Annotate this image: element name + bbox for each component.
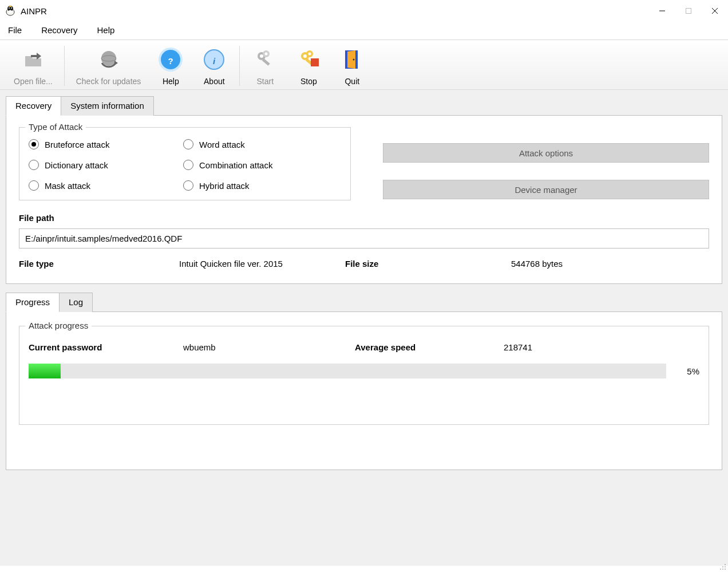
radio-label: Bruteforce attack	[45, 140, 109, 149]
svg-point-10	[101, 51, 116, 66]
window-title: AINPR	[21, 6, 649, 16]
average-speed-value: 218741	[504, 342, 532, 352]
help-icon: ?	[157, 46, 184, 73]
about-label: About	[204, 77, 225, 86]
tab-recovery[interactable]: Recovery	[6, 96, 61, 116]
radio-label: Mask attack	[45, 181, 90, 191]
radio-mask[interactable]: Mask attack	[29, 180, 183, 191]
radio-icon	[183, 139, 193, 149]
file-type-value: Intuit Quicken file ver. 2015	[179, 259, 345, 269]
start-button[interactable]: Start	[243, 46, 287, 86]
average-speed-label: Average speed	[355, 342, 504, 352]
svg-point-2	[9, 10, 12, 13]
progress-bar	[29, 364, 666, 378]
attack-progress-fieldset: Attack progress Current password wbuemb …	[19, 326, 709, 425]
open-file-button[interactable]: Open file...	[6, 46, 61, 86]
radio-label: Hybrid attack	[199, 181, 250, 191]
radio-icon	[29, 180, 39, 191]
svg-rect-7	[686, 9, 691, 14]
tab-system-information[interactable]: System information	[61, 96, 153, 116]
toolbar-separator	[64, 46, 65, 86]
svg-point-24	[303, 54, 307, 58]
toolbar: Open file... Check for updates ? Help	[0, 40, 728, 90]
app-icon	[5, 5, 16, 17]
svg-point-5	[11, 7, 12, 9]
radio-label: Combination attack	[199, 160, 272, 170]
attack-type-fieldset: Type of Attack Bruteforce attack Word at…	[19, 127, 351, 200]
minimize-button[interactable]	[649, 0, 675, 22]
file-size-value: 544768 bytes	[511, 259, 563, 269]
progress-percent: 5%	[676, 366, 699, 376]
about-button[interactable]: i About	[192, 46, 236, 86]
open-file-label: Open file...	[14, 77, 53, 86]
close-button[interactable]	[702, 0, 728, 22]
attack-options-button[interactable]: Attack options	[383, 143, 709, 163]
radio-word[interactable]: Word attack	[183, 139, 338, 149]
help-button[interactable]: ? Help	[149, 46, 192, 86]
svg-point-27	[308, 53, 311, 56]
title-bar: AINPR	[0, 0, 728, 22]
info-icon: i	[200, 46, 228, 73]
svg-text:?: ?	[168, 56, 173, 66]
svg-point-22	[265, 53, 268, 56]
current-password-value: wbuemb	[183, 342, 355, 352]
globe-refresh-icon	[95, 46, 122, 73]
svg-point-31	[353, 59, 355, 61]
progress-bar-fill	[29, 364, 61, 378]
radio-icon	[29, 139, 39, 149]
progress-panel: Attack progress Current password wbuemb …	[6, 311, 722, 470]
check-updates-button[interactable]: Check for updates	[68, 46, 149, 86]
upper-tabbar: Recovery System information	[6, 96, 722, 115]
menu-help[interactable]: Help	[95, 24, 117, 36]
menu-recovery[interactable]: Recovery	[39, 24, 80, 36]
radio-icon	[29, 160, 39, 170]
radio-dictionary[interactable]: Dictionary attack	[29, 160, 183, 170]
maximize-button[interactable]	[675, 0, 702, 22]
tab-progress[interactable]: Progress	[6, 293, 60, 312]
file-path-input[interactable]	[19, 228, 709, 248]
attack-progress-legend: Attack progress	[25, 321, 92, 330]
quit-label: Quit	[345, 77, 359, 86]
stop-button[interactable]: Stop	[287, 46, 330, 86]
current-password-label: Current password	[29, 342, 183, 352]
radio-combination[interactable]: Combination attack	[183, 160, 338, 170]
lower-tabbar: Progress Log	[6, 292, 722, 311]
attack-type-legend: Type of Attack	[25, 122, 86, 132]
radio-bruteforce[interactable]: Bruteforce attack	[29, 139, 183, 149]
menu-file[interactable]: File	[6, 24, 24, 36]
device-manager-button[interactable]: Device manager	[383, 180, 709, 199]
keys-stop-icon	[295, 46, 322, 73]
svg-marker-12	[114, 61, 118, 65]
exit-door-icon	[338, 46, 366, 73]
stop-label: Stop	[300, 77, 317, 86]
svg-rect-28	[311, 58, 319, 66]
quit-button[interactable]: Quit	[330, 46, 374, 86]
svg-point-19	[260, 54, 263, 58]
radio-label: Dictionary attack	[45, 160, 108, 170]
menu-bar: File Recovery Help	[0, 22, 728, 40]
file-path-label: File path	[19, 213, 709, 223]
radio-icon	[183, 160, 193, 170]
svg-rect-20	[262, 58, 270, 66]
recovery-panel: Type of Attack Bruteforce attack Word at…	[6, 115, 722, 284]
resize-grip[interactable]	[718, 562, 726, 570]
help-label: Help	[163, 77, 179, 86]
keys-start-icon	[251, 46, 279, 73]
toolbar-separator	[239, 46, 240, 86]
radio-hybrid[interactable]: Hybrid attack	[183, 180, 338, 191]
folder-open-icon	[19, 46, 47, 73]
check-updates-label: Check for updates	[76, 77, 141, 86]
radio-label: Word attack	[199, 140, 245, 149]
file-type-label: File type	[19, 259, 179, 269]
radio-icon	[183, 180, 193, 191]
start-label: Start	[257, 77, 274, 86]
tab-log[interactable]: Log	[59, 293, 93, 312]
file-size-label: File size	[345, 259, 511, 269]
svg-point-4	[9, 7, 10, 9]
